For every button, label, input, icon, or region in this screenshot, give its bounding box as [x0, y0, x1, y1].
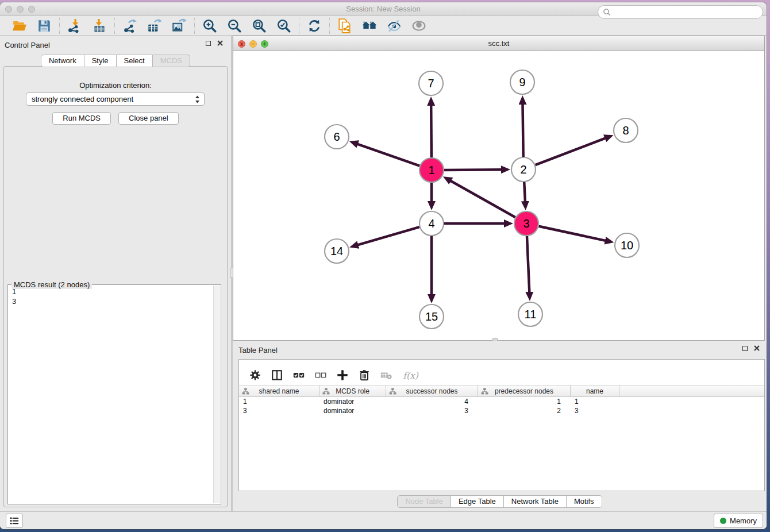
delete-table-icon — [380, 369, 392, 381]
graph-node-6[interactable]: 6 — [325, 125, 349, 149]
graph-node-9[interactable]: 9 — [510, 70, 534, 94]
split-columns-icon[interactable] — [271, 369, 283, 381]
export-network-icon[interactable] — [122, 18, 137, 33]
network-from-file-icon[interactable] — [337, 18, 352, 33]
import-table-icon[interactable] — [92, 18, 107, 33]
table-cell[interactable]: 2 — [478, 406, 571, 415]
table-cell[interactable]: dominator — [319, 397, 386, 406]
network-canvas[interactable]: 7968124314101511 — [233, 51, 765, 341]
zoom-selected-icon[interactable] — [276, 18, 291, 33]
table-cell[interactable]: 3 — [239, 406, 319, 415]
graph-edge-1-6[interactable] — [357, 144, 419, 165]
graph-edge-2-8[interactable] — [536, 138, 606, 165]
graph-node-4[interactable]: 4 — [419, 211, 444, 236]
table-cell[interactable]: 3 — [386, 406, 478, 415]
tab-network[interactable]: Network — [41, 55, 84, 67]
home-view-icon[interactable] — [362, 18, 377, 33]
import-network-icon[interactable] — [67, 18, 82, 33]
table-cell[interactable]: 3 — [571, 406, 619, 415]
network-minimize-button[interactable]: − — [249, 40, 257, 48]
graph-edge-2-9[interactable] — [523, 103, 523, 157]
hide-graphics-details-icon[interactable] — [387, 18, 402, 33]
graph-node-10[interactable]: 10 — [615, 233, 639, 257]
task-history-button[interactable] — [6, 514, 23, 528]
table-tab-network-table[interactable]: Network Table — [504, 495, 567, 508]
table-cell[interactable]: 4 — [386, 397, 478, 406]
result-scrollbar[interactable] — [213, 286, 220, 503]
float-panel-icon[interactable] — [206, 41, 211, 46]
close-table-panel-icon[interactable] — [754, 345, 760, 351]
graph-edge-3-11[interactable] — [527, 236, 529, 293]
table-row[interactable]: 3dominator323 — [239, 406, 764, 415]
optimization-label: Optimization criterion: — [4, 81, 227, 90]
graph-node-7[interactable]: 7 — [419, 71, 443, 95]
tab-mcds[interactable]: MCDS — [153, 55, 190, 67]
save-session-icon[interactable] — [37, 18, 52, 33]
column-header-mcds-role[interactable]: MCDS role — [319, 385, 386, 396]
network-zoom-button[interactable]: + — [261, 40, 268, 48]
float-table-panel-icon[interactable] — [742, 346, 748, 351]
network-close-button[interactable]: x — [238, 40, 245, 48]
table-tab-edge-table[interactable]: Edge Table — [451, 495, 504, 508]
column-header-predecessor-nodes[interactable]: predecessor nodes — [478, 385, 571, 396]
open-session-icon[interactable] — [12, 18, 27, 33]
search-field[interactable] — [598, 5, 763, 19]
run-mcds-button[interactable]: Run MCDS — [52, 112, 111, 125]
memory-button[interactable]: Memory — [714, 514, 763, 528]
close-panel-button[interactable]: Close panel — [118, 112, 179, 125]
graph-node-2[interactable]: 2 — [511, 157, 536, 182]
export-table-icon[interactable] — [147, 18, 162, 33]
zoom-in-icon[interactable] — [202, 18, 217, 33]
graph-edge-1-7[interactable] — [431, 105, 432, 157]
table-tab-motifs[interactable]: Motifs — [567, 495, 602, 508]
graph-edge-2-3[interactable] — [524, 182, 525, 202]
svg-text:9: 9 — [519, 76, 525, 88]
search-icon — [603, 8, 611, 17]
graph-edge-3-1[interactable] — [450, 180, 515, 217]
show-graphics-details-icon[interactable] — [411, 18, 426, 33]
memory-label: Memory — [730, 516, 757, 525]
column-header-successor-nodes[interactable]: successor nodes — [386, 385, 478, 396]
svg-text:3: 3 — [523, 217, 529, 230]
close-panel-icon[interactable] — [217, 40, 223, 46]
delete-columns-icon[interactable] — [358, 369, 371, 381]
graph-edge-1-2[interactable] — [444, 169, 502, 170]
control-panel-tabs: NetworkStyleSelectMCDS — [0, 55, 231, 67]
search-input[interactable] — [614, 6, 758, 18]
table-cell[interactable]: dominator — [319, 406, 386, 415]
graph-node-1[interactable]: 1 — [419, 158, 444, 182]
table-cell[interactable]: 1 — [478, 397, 571, 406]
svg-text:2: 2 — [520, 163, 526, 176]
table-row[interactable]: 1dominator411 — [239, 397, 764, 406]
settings-icon[interactable] — [249, 369, 261, 381]
tab-select[interactable]: Select — [117, 55, 153, 67]
svg-text:8: 8 — [622, 124, 629, 137]
table-tab-node-table[interactable]: Node Table — [397, 495, 451, 508]
graph-node-8[interactable]: 8 — [614, 118, 638, 142]
graph-node-11[interactable]: 11 — [518, 302, 542, 326]
export-image-icon[interactable] — [172, 18, 187, 33]
graph-edge-3-10[interactable] — [539, 226, 606, 241]
graph-node-15[interactable]: 15 — [419, 304, 444, 329]
table-panel-title: Table Panel — [238, 346, 278, 354]
graph-node-14[interactable]: 14 — [325, 239, 349, 263]
select-all-checkboxes-icon[interactable] — [292, 369, 305, 381]
deselect-all-checkboxes-icon[interactable] — [314, 369, 327, 381]
column-header-shared-name[interactable]: shared name — [239, 385, 319, 396]
refresh-view-icon[interactable] — [307, 18, 322, 33]
criterion-select[interactable]: strongly connected component — [26, 92, 205, 106]
column-header-name[interactable]: name — [571, 385, 619, 396]
column-edit-icon — [389, 388, 396, 395]
add-column-icon[interactable] — [336, 369, 349, 381]
svg-text:4: 4 — [428, 217, 434, 230]
table-cell[interactable]: 1 — [571, 397, 619, 406]
graph-edge-4-14[interactable] — [357, 227, 419, 245]
select-chevrons-icon — [195, 95, 200, 103]
table-cell[interactable]: 1 — [239, 397, 319, 406]
zoom-out-icon[interactable] — [227, 18, 242, 33]
control-panel-header: Control Panel — [0, 36, 231, 51]
zoom-fit-icon[interactable] — [252, 18, 267, 33]
graph-node-3[interactable]: 3 — [514, 211, 538, 236]
tab-style[interactable]: Style — [84, 55, 117, 67]
column-label: name — [586, 387, 603, 395]
